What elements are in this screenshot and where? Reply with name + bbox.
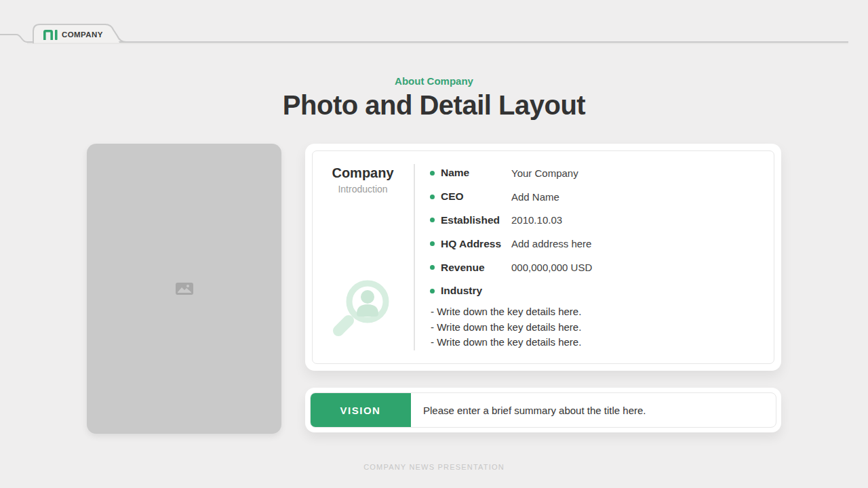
field-label: Name [441, 167, 511, 179]
field-row-ceo: CEO Add Name [430, 185, 755, 209]
field-label: HQ Address [441, 238, 511, 250]
section-eyebrow: About Company [0, 75, 868, 87]
bullet-icon [430, 289, 435, 293]
bullet-icon [430, 171, 435, 176]
field-label: Industry [441, 285, 511, 297]
field-row-hq-address: HQ Address Add address here [430, 232, 755, 256]
note-line: - Write down the key details here. [431, 304, 756, 320]
field-value: 2010.10.03 [511, 214, 562, 226]
field-label: Revenue [441, 262, 511, 274]
vision-label: VISION [340, 405, 381, 416]
vision-label-block: VISION [310, 392, 411, 428]
card-left-title: Company [312, 165, 414, 181]
bullet-icon [430, 195, 435, 199]
card-vertical-divider [414, 164, 415, 350]
field-row-established: Established 2010.10.03 [430, 209, 755, 232]
company-logo: COMPANY [43, 29, 103, 40]
page-title: Photo and Detail Layout [0, 90, 868, 121]
image-placeholder-icon [175, 281, 194, 297]
slide: COMPANY About Company Photo and Detail L… [0, 0, 868, 488]
note-line: - Write down the key details here. [431, 335, 756, 350]
bullet-icon [430, 218, 435, 222]
vision-bar-frame: VISION Please enter a brief summary abou… [310, 392, 776, 428]
bullet-icon [430, 241, 435, 246]
bullet-icon [430, 265, 435, 270]
vision-bar: VISION Please enter a brief summary abou… [305, 388, 781, 432]
field-label: Established [441, 214, 511, 226]
company-detail-card: Company Introduction Name Your Company C… [305, 144, 781, 371]
logo-company-text: COMPANY [62, 30, 103, 39]
header-tab-rule [0, 0, 868, 47]
field-label: CEO [441, 190, 511, 203]
field-value: Add Name [511, 191, 559, 203]
pi-bar-logo-icon [43, 30, 58, 40]
field-row-revenue: Revenue 000,000,000 USD [430, 256, 755, 279]
footer-text: COMPANY NEWS PRESENTATION [0, 463, 868, 471]
note-line: - Write down the key details here. [431, 320, 756, 336]
magnifier-person-icon [328, 272, 403, 346]
field-row-name: Name Your Company [430, 161, 755, 185]
card-left-subtitle: Introduction [312, 184, 414, 195]
field-row-industry: Industry [430, 279, 755, 303]
key-details-notes: - Write down the key details here. - Wri… [431, 304, 756, 350]
field-value: Add address here [511, 238, 591, 249]
field-value: Your Company [511, 167, 578, 179]
company-fields-list: Name Your Company CEO Add Name Establish… [430, 161, 755, 303]
vision-summary-text: Please enter a brief summary about the t… [423, 393, 769, 427]
field-value: 000,000,000 USD [511, 262, 592, 273]
photo-placeholder [87, 144, 281, 434]
